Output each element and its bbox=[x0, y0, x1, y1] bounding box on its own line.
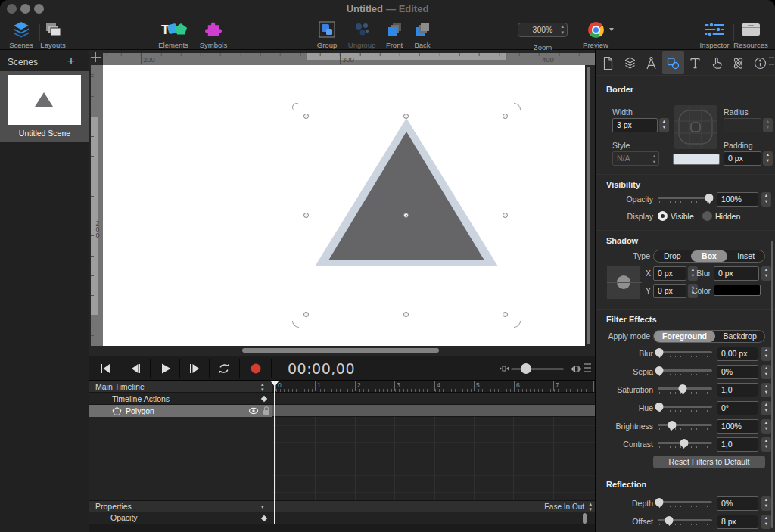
properties-row[interactable]: Properties ▾ Ease In Out ▴▾ bbox=[89, 500, 595, 512]
border-color-swatch[interactable] bbox=[673, 154, 720, 165]
reflection-depth-stepper[interactable] bbox=[761, 496, 771, 511]
border-radius-input[interactable] bbox=[724, 118, 761, 132]
border-style-select[interactable]: N/A▴▾ bbox=[612, 151, 659, 166]
reflection-depth-input[interactable]: 0% bbox=[717, 496, 758, 511]
display-hidden-radio[interactable] bbox=[702, 211, 712, 221]
easing-selector[interactable]: Ease In Out bbox=[544, 501, 584, 512]
timeline-zoom-slider[interactable] bbox=[511, 368, 564, 370]
shadow-y-input[interactable]: 0 px bbox=[653, 284, 686, 298]
timeline-zoom-out-icon[interactable] bbox=[496, 361, 512, 376]
filter-blur-input[interactable]: 0,00 px bbox=[717, 347, 758, 361]
filter-blur-stepper[interactable] bbox=[761, 347, 771, 361]
polygon-element[interactable] bbox=[103, 65, 585, 346]
slider-thumb[interactable] bbox=[668, 421, 676, 429]
border-padding-stepper[interactable] bbox=[763, 151, 773, 166]
symbols-button[interactable]: Symbols bbox=[195, 20, 232, 49]
slider-thumb[interactable] bbox=[655, 403, 664, 411]
center-handle[interactable] bbox=[403, 213, 409, 218]
border-padding-input[interactable]: 0 px bbox=[724, 151, 761, 166]
filter-brightness-stepper[interactable] bbox=[761, 419, 771, 434]
timeline-selector-icon[interactable]: ▴▾ bbox=[261, 382, 264, 393]
scenes-button[interactable]: Scenes bbox=[5, 20, 38, 49]
resources-button[interactable]: Resources bbox=[733, 20, 769, 49]
slider-thumb[interactable] bbox=[655, 366, 664, 375]
timeline-time-ruler[interactable]: 0 1 2 3 4 5 6 7 8 bbox=[272, 381, 595, 393]
timeline-zoom-thumb[interactable] bbox=[521, 363, 531, 374]
timeline-actions-row[interactable]: Timeline Actions bbox=[89, 393, 272, 405]
opacity-input[interactable]: 100% bbox=[717, 192, 758, 207]
shadow-blur-stepper[interactable] bbox=[761, 266, 771, 281]
elements-button[interactable]: T Elements bbox=[154, 20, 193, 49]
shadow-type-box[interactable]: Box bbox=[691, 250, 728, 262]
border-radius-stepper[interactable] bbox=[763, 118, 773, 132]
polygon-track-selected[interactable] bbox=[272, 405, 595, 417]
loop-button[interactable] bbox=[216, 361, 232, 376]
record-button[interactable] bbox=[248, 361, 263, 376]
timeline-zoom-in-icon[interactable] bbox=[568, 361, 584, 376]
opacity-slider-thumb[interactable] bbox=[705, 194, 714, 202]
scene-list-item-selected[interactable]: Untitled Scene bbox=[0, 71, 89, 142]
filter-sepia-input[interactable]: 0% bbox=[717, 365, 758, 379]
layouts-button[interactable]: Layouts bbox=[36, 20, 70, 49]
border-corner-selector[interactable] bbox=[673, 104, 718, 150]
tab-action-hand[interactable] bbox=[706, 51, 728, 74]
front-button[interactable]: Front bbox=[381, 20, 408, 49]
resize-handle-sw[interactable] bbox=[303, 312, 309, 317]
preview-dropdown-icon[interactable] bbox=[609, 28, 614, 31]
preview-button[interactable]: Preview bbox=[579, 20, 612, 49]
timeline-vertical-scrollbar[interactable] bbox=[583, 513, 587, 524]
reset-filters-button[interactable]: Reset Filters to Default bbox=[653, 456, 765, 468]
opacity-stepper[interactable] bbox=[761, 192, 771, 207]
easing-selector-arrows-icon[interactable]: ▴▾ bbox=[589, 502, 592, 512]
filter-blur-slider[interactable] bbox=[658, 348, 712, 359]
visibility-eye-icon[interactable] bbox=[248, 407, 259, 415]
filter-sepia-stepper[interactable] bbox=[761, 365, 771, 379]
filter-brightness-input[interactable]: 100% bbox=[717, 419, 758, 434]
filter-sepia-slider[interactable] bbox=[658, 366, 712, 377]
filter-brightness-slider[interactable] bbox=[658, 421, 712, 431]
resize-handle-e[interactable] bbox=[503, 213, 508, 218]
tab-text[interactable] bbox=[684, 51, 706, 74]
opacity-slider[interactable] bbox=[658, 194, 712, 204]
border-width-input[interactable]: 3 px bbox=[612, 118, 658, 132]
lock-icon[interactable] bbox=[261, 406, 272, 415]
step-forward-button[interactable] bbox=[187, 361, 202, 376]
tab-element[interactable] bbox=[662, 51, 684, 74]
shadow-direction-pad[interactable] bbox=[606, 265, 641, 300]
shadow-blur-input[interactable]: 0 px bbox=[714, 266, 759, 281]
resize-handle-n[interactable] bbox=[403, 114, 409, 119]
tab-layers[interactable] bbox=[619, 51, 641, 74]
filter-contrast-slider[interactable] bbox=[658, 439, 712, 450]
slider-thumb[interactable] bbox=[655, 498, 664, 506]
display-visible-radio[interactable] bbox=[658, 211, 668, 221]
shadow-type-inset[interactable]: Inset bbox=[727, 250, 764, 262]
border-width-stepper[interactable] bbox=[659, 118, 669, 132]
apply-mode-backdrop[interactable]: Backdrop bbox=[715, 331, 764, 342]
keyframe-diamond-icon[interactable] bbox=[261, 396, 267, 402]
opacity-property-row[interactable]: Opacity bbox=[89, 512, 595, 524]
filter-saturation-slider[interactable] bbox=[658, 384, 712, 395]
canvas-vertical-scrollbar[interactable] bbox=[587, 67, 590, 344]
resize-handle-se[interactable] bbox=[503, 312, 508, 317]
shadow-x-input[interactable]: 0 px bbox=[653, 266, 686, 281]
reflection-depth-slider[interactable] bbox=[658, 498, 712, 509]
reflection-offset-stepper[interactable] bbox=[761, 515, 771, 529]
tab-document[interactable] bbox=[597, 51, 619, 74]
resize-handle-s[interactable] bbox=[403, 312, 409, 317]
tab-identity[interactable] bbox=[749, 51, 771, 74]
filter-hue-slider[interactable] bbox=[658, 403, 712, 413]
timeline-resize-grip[interactable] bbox=[584, 363, 591, 374]
slider-thumb[interactable] bbox=[655, 348, 664, 356]
shadow-type-drop[interactable]: Drop bbox=[654, 250, 691, 262]
inspector-button[interactable]: Inspector bbox=[698, 20, 731, 49]
apply-mode-foreground[interactable]: Foreground bbox=[654, 331, 715, 342]
filter-saturation-stepper[interactable] bbox=[761, 383, 771, 397]
back-button[interactable]: Back bbox=[409, 20, 436, 49]
zoom-stepper[interactable]: 300%▴▾ bbox=[518, 23, 568, 37]
filter-saturation-input[interactable]: 1,0 bbox=[717, 383, 758, 397]
filter-hue-input[interactable]: 0° bbox=[717, 401, 758, 415]
slider-thumb[interactable] bbox=[679, 384, 687, 393]
collapse-chevron-icon[interactable]: ▾ bbox=[261, 505, 264, 510]
canvas-horizontal-scrollbar[interactable] bbox=[242, 348, 439, 353]
actions-track[interactable] bbox=[272, 393, 595, 405]
